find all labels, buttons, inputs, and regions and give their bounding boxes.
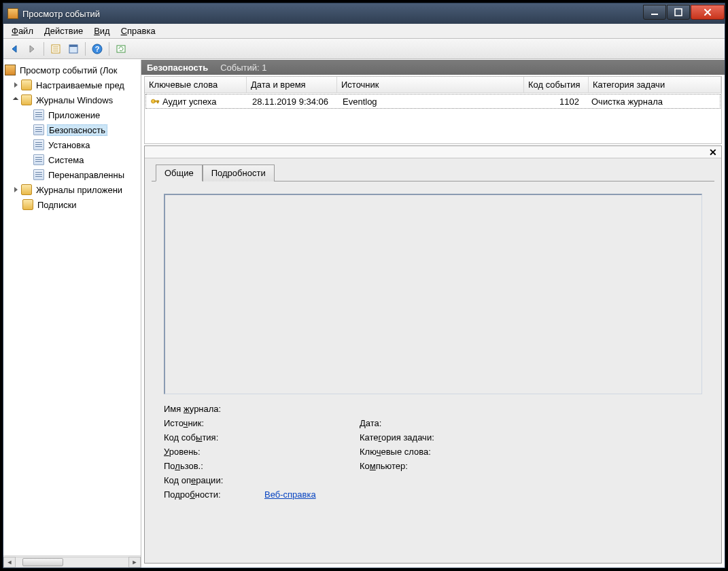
label-computer: Компьютер: <box>360 461 408 471</box>
tab-details[interactable]: Подробности <box>203 165 275 181</box>
svg-rect-10 <box>158 101 158 103</box>
svg-rect-0 <box>651 14 658 15</box>
event-viewer-window: Просмотр событий Файл Действие Вид Справ… <box>3 3 725 568</box>
label-event-id: Код события: <box>164 432 360 443</box>
tree-pane: Просмотр событий (Лок Настраиваемые пред… <box>3 60 141 568</box>
titlebar[interactable]: Просмотр событий <box>3 3 725 24</box>
strip-title: Безопасность <box>147 63 208 73</box>
help-button[interactable]: ? <box>89 41 105 57</box>
event-list-header: Ключевые слова Дата и время Источник Код… <box>145 77 721 93</box>
col-datetime[interactable]: Дата и время <box>247 77 337 92</box>
tree-icon <box>50 44 61 54</box>
event-fields: Имя журнала: Источник: Дата: Код события… <box>164 404 702 504</box>
tree-hscrollbar[interactable]: ◄ ► <box>3 555 141 568</box>
back-button[interactable] <box>6 41 22 57</box>
root-icon <box>5 65 16 75</box>
scroll-right-icon[interactable]: ► <box>128 557 141 568</box>
web-help-link[interactable]: Веб-справка <box>264 489 316 500</box>
toolbar-separator <box>85 42 86 56</box>
menu-help[interactable]: Справка <box>116 24 161 37</box>
scroll-thumb[interactable] <box>22 558 63 566</box>
scroll-left-icon[interactable]: ◄ <box>3 557 16 568</box>
col-task-category[interactable]: Категория задачи <box>589 77 721 92</box>
details-close-button[interactable]: ✕ <box>709 147 717 158</box>
menu-file[interactable]: Файл <box>6 24 39 37</box>
expander-icon[interactable] <box>12 96 20 104</box>
event-description-box <box>164 194 702 394</box>
menubar: Файл Действие Вид Справка <box>3 24 725 39</box>
main-area: Просмотр событий (Лок Настраиваемые пред… <box>3 59 725 568</box>
log-icon <box>33 169 44 180</box>
properties-button[interactable] <box>65 41 82 57</box>
toolbar-separator <box>109 42 109 56</box>
toolbar: ? <box>3 39 725 59</box>
svg-rect-1 <box>675 9 682 16</box>
window-title: Просмотр событий <box>22 9 642 19</box>
expander-icon[interactable] <box>12 186 20 194</box>
properties-icon <box>68 44 79 54</box>
label-task-category: Категория задачи: <box>360 432 434 443</box>
arrow-right-icon <box>27 44 37 54</box>
tree-root[interactable]: Просмотр событий (Лок <box>3 63 141 77</box>
label-opcode: Код операции: <box>164 475 360 485</box>
tree-app-logs[interactable]: Журналы приложени <box>3 182 141 197</box>
toolbar-separator <box>44 42 44 56</box>
label-keywords: Ключевые слова: <box>360 447 431 457</box>
label-level: Уровень: <box>164 447 360 457</box>
tree-log-setup[interactable]: Установка <box>3 137 141 152</box>
forward-button[interactable] <box>24 41 40 57</box>
tree-subscriptions[interactable]: Подписки <box>3 197 141 212</box>
key-icon <box>150 97 160 106</box>
log-icon <box>33 154 44 165</box>
tree-log-system[interactable]: Система <box>3 152 141 167</box>
maximize-button[interactable] <box>667 5 690 20</box>
folder-icon <box>21 184 32 195</box>
col-keywords[interactable]: Ключевые слова <box>145 77 247 92</box>
folder-icon <box>22 199 33 210</box>
help-icon: ? <box>92 44 103 54</box>
label-log-name: Имя журнала: <box>164 404 360 414</box>
scroll-track[interactable] <box>16 557 128 568</box>
close-button[interactable] <box>691 5 725 20</box>
window-buttons <box>642 5 725 20</box>
menu-action[interactable]: Действие <box>39 24 88 37</box>
tree-log-forwarded[interactable]: Перенаправленны <box>3 167 141 182</box>
label-date: Дата: <box>360 418 381 428</box>
details-closebar: ✕ <box>145 146 721 158</box>
label-user: Пользов.: <box>164 461 360 471</box>
log-icon <box>33 124 44 135</box>
event-list-body: Аудит успеха28.11.2019 9:34:06Eventlog11… <box>145 94 721 109</box>
tree-log-application[interactable]: Приложение <box>3 107 141 122</box>
tree-log-security[interactable]: Безопасность <box>3 122 141 137</box>
log-icon <box>33 109 44 120</box>
folder-icon <box>21 94 32 105</box>
show-tree-button[interactable] <box>48 41 64 57</box>
folder-icon <box>21 80 32 90</box>
refresh-icon <box>116 44 126 54</box>
label-more-info: Подробности: <box>164 489 248 500</box>
minimize-button[interactable] <box>643 5 666 20</box>
label-source: Источник: <box>164 418 360 428</box>
tree-custom-views[interactable]: Настраиваемые пред <box>3 77 141 92</box>
event-row[interactable]: Аудит успеха28.11.2019 9:34:06Eventlog11… <box>145 94 721 109</box>
arrow-left-icon <box>9 44 20 54</box>
col-event-code[interactable]: Код события <box>524 77 589 92</box>
tree-windows-logs[interactable]: Журналы Windows <box>3 92 141 107</box>
app-icon <box>7 8 18 19</box>
col-source[interactable]: Источник <box>337 77 524 92</box>
tab-panel-general: Имя журнала: Источник: Дата: Код события… <box>152 181 714 556</box>
strip-count: Событий: 1 <box>220 63 266 73</box>
event-tree[interactable]: Просмотр событий (Лок Настраиваемые пред… <box>3 60 141 555</box>
log-icon <box>33 139 44 150</box>
details-tabs: Общие Подробности <box>145 158 721 181</box>
details-pane: ✕ Общие Подробности Имя журнала: Источни… <box>144 145 722 564</box>
tab-general[interactable]: Общие <box>156 165 203 181</box>
refresh-button[interactable] <box>113 41 129 57</box>
content-pane: Безопасность Событий: 1 Ключевые слова Д… <box>141 60 725 568</box>
menu-view[interactable]: Вид <box>88 24 116 37</box>
event-list: Ключевые слова Дата и время Источник Код… <box>144 76 722 144</box>
svg-text:?: ? <box>95 45 100 53</box>
svg-rect-4 <box>69 45 77 47</box>
log-header-strip: Безопасность Событий: 1 <box>141 60 725 75</box>
expander-icon[interactable] <box>12 81 20 89</box>
